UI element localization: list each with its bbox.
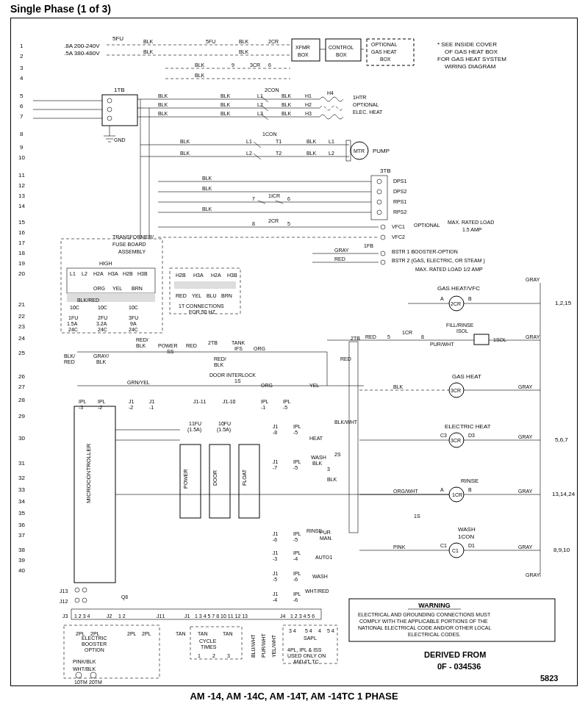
svg-text:J3: J3 [62, 613, 68, 619]
svg-text:14: 14 [18, 203, 25, 209]
svg-text:3FU: 3FU [129, 315, 138, 320]
svg-text:9A: 9A [130, 321, 137, 326]
svg-text:RINSE: RINSE [461, 478, 478, 484]
booster-section: GRAYRED BSTR 1 BOOSTER-OPTION BSTR 2 (GA… [312, 248, 485, 272]
svg-text:9: 9 [20, 144, 24, 151]
svg-text:FOR GAS HEAT SYSTEM: FOR GAS HEAT SYSTEM [437, 56, 506, 62]
svg-text:J11: J11 [157, 613, 165, 619]
svg-text:1ICR: 1ICR [268, 193, 280, 198]
row-numbers-left: 12 34 56 78 910 1112 1314 1516 1718 1920… [18, 43, 25, 574]
svg-text:2CR: 2CR [268, 39, 279, 44]
svg-text:J1: J1 [273, 591, 279, 597]
svg-text:1CR: 1CR [452, 492, 462, 497]
svg-text:J1: J1 [129, 399, 135, 404]
svg-text:WASH: WASH [458, 526, 476, 533]
svg-text:30: 30 [18, 435, 25, 442]
svg-text:H2A: H2A [211, 273, 221, 278]
svg-text:4: 4 [318, 628, 321, 633]
svg-text:J1: J1 [273, 571, 279, 576]
svg-text:3: 3 [227, 653, 230, 658]
svg-text:RED: RED [334, 256, 345, 262]
svg-text:ORG: ORG [254, 346, 265, 351]
svg-text:12: 12 [18, 182, 25, 189]
svg-text:FOR 50 HZ: FOR 50 HZ [189, 309, 216, 314]
svg-text:IPL: IPL [293, 459, 301, 464]
svg-text:15: 15 [18, 219, 25, 226]
svg-text:GRAY: GRAY [526, 334, 540, 339]
svg-text:1,2,15: 1,2,15 [555, 300, 572, 306]
svg-text:22: 22 [18, 313, 25, 320]
svg-text:ORG/WHT: ORG/WHT [393, 489, 419, 494]
svg-text:2S: 2S [334, 452, 341, 457]
svg-text:10: 10 [18, 154, 25, 161]
svg-text:1CON: 1CON [458, 533, 474, 540]
svg-text:23: 23 [18, 323, 25, 330]
svg-text:BLK: BLK [220, 102, 231, 107]
svg-text:2TB: 2TB [351, 336, 360, 341]
svg-text:H3B: H3B [227, 273, 237, 278]
diagram-frame: { "title": "Single Phase (1 of 3)", "foo… [10, 18, 578, 686]
svg-text:TANK: TANK [232, 340, 245, 345]
svg-text:8: 8 [421, 334, 424, 339]
svg-text:1FB: 1FB [364, 243, 373, 248]
svg-point-133 [377, 200, 381, 204]
svg-text:ORG: ORG [261, 383, 273, 388]
svg-rect-130 [371, 176, 387, 220]
svg-text:-5: -5 [293, 465, 298, 470]
svg-text:10TM: 10TM [74, 680, 87, 685]
svg-text:WHT/RED: WHT/RED [305, 589, 329, 594]
svg-text:BLK: BLK [214, 362, 224, 367]
svg-text:-4: -4 [273, 597, 277, 602]
svg-text:TAN: TAN [198, 631, 207, 636]
svg-text:FILL/RINSE: FILL/RINSE [446, 323, 474, 328]
svg-text:8: 8 [252, 221, 255, 226]
svg-text:GAS HEAT/VFC: GAS HEAT/VFC [437, 285, 480, 292]
svg-text:DPS2: DPS2 [393, 189, 406, 194]
svg-text:2PL: 2PL [142, 631, 151, 636]
svg-text:2FU: 2FU [98, 315, 107, 320]
svg-text:GAS HEAT: GAS HEAT [452, 373, 481, 380]
svg-text:20TM: 20TM [89, 680, 102, 685]
svg-text:-3: -3 [79, 405, 83, 410]
svg-text:L3: L3 [257, 111, 263, 116]
svg-text:C1: C1 [452, 548, 459, 553]
svg-text:-5: -5 [293, 537, 298, 542]
derived-from: DERIVED FROM 0F - 034536 [424, 650, 486, 671]
svg-text:1 2: 1 2 [118, 613, 126, 619]
transformer-assembly: TRANSFORMER/FUSE BOARDASSEMBLY HIGH L1L2… [61, 234, 240, 333]
svg-text:PUR/WHT: PUR/WHT [430, 342, 454, 347]
svg-text:1 2 3 4 5 6: 1 2 3 4 5 6 [290, 613, 315, 619]
svg-text:GRAY: GRAY [518, 384, 533, 389]
svg-text:TIMES: TIMES [201, 644, 217, 649]
svg-text:IFS: IFS [234, 346, 243, 351]
svg-text:H4: H4 [327, 90, 334, 96]
svg-text:DPS1: DPS1 [393, 179, 406, 184]
svg-text:XFMR: XFMR [295, 45, 310, 50]
svg-text:IPL: IPL [98, 399, 106, 404]
svg-text:2CR: 2CR [451, 301, 461, 306]
svg-text:2: 2 [212, 653, 215, 658]
top-note: * SEE INSIDE COVER OF GAS HEAT BOX FOR G… [437, 41, 506, 70]
svg-rect-62 [326, 39, 361, 61]
svg-text:TAN: TAN [223, 631, 232, 636]
svg-text:H2B: H2B [176, 273, 186, 278]
svg-text:WASH: WASH [312, 574, 328, 579]
drawing-number: 5823 [540, 674, 558, 683]
svg-text:RED/: RED/ [214, 356, 226, 361]
svg-text:8: 8 [20, 131, 24, 137]
svg-text:BLK: BLK [180, 151, 190, 156]
svg-text:VFC1: VFC1 [392, 224, 405, 229]
svg-text:5: 5 [287, 221, 290, 226]
svg-text:-5: -5 [293, 430, 298, 435]
svg-text:C3: C3 [440, 433, 447, 438]
fu-rating2: .5A 380-480V [64, 50, 100, 57]
svg-text:13,14,24: 13,14,24 [552, 491, 576, 497]
svg-text:BLK: BLK [306, 139, 317, 144]
svg-text:BLU: BLU [207, 293, 217, 298]
svg-text:3.2A: 3.2A [96, 321, 107, 326]
svg-text:PUMP: PUMP [373, 148, 390, 154]
svg-text:BLK: BLK [195, 73, 205, 78]
svg-text:BLK: BLK [143, 39, 154, 44]
svg-text:BLK: BLK [327, 477, 337, 482]
svg-text:5FU: 5FU [206, 39, 215, 44]
